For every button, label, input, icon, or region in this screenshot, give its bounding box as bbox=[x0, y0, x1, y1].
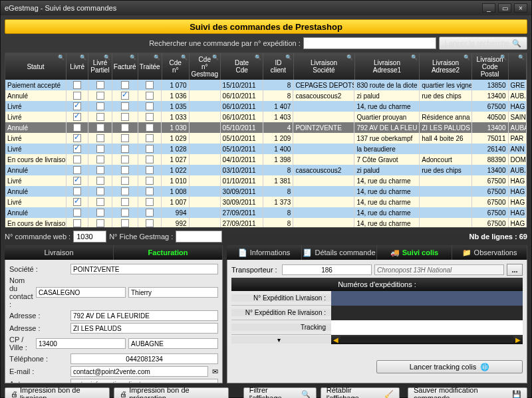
chevron-down-icon[interactable]: ▾ bbox=[277, 336, 281, 344]
table-row[interactable]: Livré1 02805/10/20111 400la beraudiere26… bbox=[5, 144, 527, 154]
checkbox[interactable] bbox=[146, 124, 154, 132]
adresse1-field[interactable] bbox=[70, 310, 218, 321]
checkbox[interactable] bbox=[73, 166, 81, 174]
transporteur-code[interactable] bbox=[282, 264, 372, 275]
tab-observations[interactable]: 📁Observations bbox=[452, 245, 527, 260]
cp-field[interactable] bbox=[36, 338, 126, 349]
checkbox[interactable] bbox=[96, 102, 104, 110]
checkbox[interactable] bbox=[96, 209, 104, 217]
checkbox[interactable] bbox=[73, 145, 81, 153]
tracking-button[interactable]: Lancer tracking colis🌐 bbox=[376, 360, 523, 373]
email-field[interactable] bbox=[70, 366, 208, 377]
checkbox[interactable] bbox=[121, 92, 129, 100]
cmdweb-input[interactable] bbox=[73, 231, 106, 243]
checkbox[interactable] bbox=[96, 187, 104, 195]
col-header[interactable]: 🔍Traitée bbox=[138, 53, 162, 80]
checkbox[interactable] bbox=[96, 145, 104, 153]
mail-icon[interactable]: ✉ bbox=[212, 367, 218, 376]
societe-field[interactable] bbox=[70, 264, 218, 274]
table-row[interactable]: En cours de livraison99227/09/2011814, r… bbox=[5, 218, 527, 228]
checkbox[interactable] bbox=[96, 92, 104, 100]
checkbox[interactable] bbox=[146, 145, 154, 153]
print-bl-button[interactable]: 🖨 Impression bon de livraison bbox=[5, 387, 110, 398]
table-row[interactable]: Livré1 03506/10/20111 40714, rue du char… bbox=[5, 101, 527, 112]
table-row[interactable]: Annulé99427/09/2011814, rue du charme675… bbox=[5, 207, 527, 218]
minimize-button[interactable]: _ bbox=[482, 3, 495, 13]
checkbox[interactable] bbox=[146, 134, 154, 142]
print-bp-button[interactable]: 🖨 Impression bon de préparation bbox=[114, 387, 229, 398]
contact-nom-field[interactable] bbox=[36, 287, 126, 298]
checkbox[interactable] bbox=[73, 81, 81, 89]
save-button[interactable]: Sauver modification commande 💾 bbox=[408, 387, 527, 398]
checkbox[interactable] bbox=[121, 145, 129, 153]
checkbox[interactable] bbox=[121, 81, 129, 89]
col-header[interactable]: 🔍LivraisonAdresse1 bbox=[355, 53, 420, 80]
search-button[interactable]: Lancer la recherche 🔍 bbox=[439, 37, 527, 50]
exped-tracking-cell[interactable] bbox=[331, 320, 523, 335]
table-row[interactable]: Livré1 03306/10/20111 403Quartier prouya… bbox=[5, 112, 527, 122]
table-row[interactable]: Livré1 01001/10/20111 38114, rue du char… bbox=[5, 175, 527, 186]
filter-button[interactable]: Filtrer l'affichage 🔍 bbox=[243, 387, 317, 398]
checkbox[interactable] bbox=[146, 113, 154, 121]
telephone-field[interactable] bbox=[70, 353, 218, 364]
col-header[interactable]: 🔍LivraisonAdresse2 bbox=[420, 53, 471, 80]
checkbox[interactable] bbox=[121, 102, 129, 110]
tab-suivi[interactable]: 🚚Suivi colis bbox=[377, 245, 452, 260]
checkbox[interactable] bbox=[96, 177, 104, 185]
checkbox[interactable] bbox=[73, 209, 81, 217]
checkbox[interactable] bbox=[146, 102, 154, 110]
col-header[interactable]: 🔍Cden° Gestmag bbox=[190, 53, 221, 80]
checkbox[interactable] bbox=[121, 198, 129, 206]
table-row[interactable]: Livré1 02905/10/20111 209137 rue oberkam… bbox=[5, 133, 527, 144]
checkbox[interactable] bbox=[121, 177, 129, 185]
checkbox[interactable] bbox=[121, 166, 129, 174]
checkbox[interactable] bbox=[121, 113, 129, 121]
col-header[interactable]: 🔍Facturé bbox=[112, 53, 138, 80]
checkbox[interactable] bbox=[96, 113, 104, 121]
checkbox[interactable] bbox=[96, 219, 104, 227]
checkbox[interactable] bbox=[121, 124, 129, 132]
checkbox[interactable] bbox=[146, 187, 154, 195]
table-row[interactable]: Livré1 00730/09/20111 37314, rue du char… bbox=[5, 197, 527, 207]
checkbox[interactable] bbox=[96, 81, 104, 89]
checkbox[interactable] bbox=[146, 81, 154, 89]
checkbox[interactable] bbox=[73, 134, 81, 142]
tab-details[interactable]: 🧾Détails commande bbox=[302, 245, 377, 260]
search-input[interactable] bbox=[303, 37, 436, 49]
checkbox[interactable] bbox=[96, 155, 104, 163]
orders-grid[interactable]: 🔍Statut🔍Livré🔍LivréPartiel🔍Facturé🔍Trait… bbox=[5, 52, 527, 228]
checkbox[interactable] bbox=[73, 155, 81, 163]
checkbox[interactable] bbox=[146, 198, 154, 206]
table-row[interactable]: Annulé1 00830/09/2011814, rue du charme6… bbox=[5, 186, 527, 197]
checkbox[interactable] bbox=[73, 177, 81, 185]
checkbox[interactable] bbox=[96, 166, 104, 174]
checkbox[interactable] bbox=[146, 155, 154, 163]
checkbox[interactable] bbox=[96, 134, 104, 142]
tab-facturation[interactable]: Facturation bbox=[114, 245, 223, 260]
col-header[interactable]: 🔍LivraisonCode Postal bbox=[472, 53, 509, 80]
contact-prenom-field[interactable] bbox=[128, 287, 218, 298]
maximize-button[interactable]: ▭ bbox=[498, 3, 511, 13]
table-row[interactable]: En cours de livraison1 02704/10/20111 39… bbox=[5, 154, 527, 165]
checkbox[interactable] bbox=[146, 177, 154, 185]
fiche-input[interactable] bbox=[176, 231, 222, 243]
exped-relivraison-cell[interactable] bbox=[331, 306, 523, 320]
checkbox[interactable] bbox=[146, 219, 154, 227]
table-row[interactable]: Annulé1 02203/10/20118casacouscous2zi pa… bbox=[5, 165, 527, 175]
exped-livraison-cell[interactable] bbox=[331, 291, 523, 306]
checkbox[interactable] bbox=[121, 219, 129, 227]
table-row[interactable]: Paiement accepté1 07015/10/20118CEPAGES … bbox=[5, 80, 527, 90]
tab-livraison[interactable]: Livraison bbox=[5, 245, 114, 260]
checkbox[interactable] bbox=[146, 209, 154, 217]
checkbox[interactable] bbox=[96, 198, 104, 206]
col-header[interactable]: 🔍DateCde bbox=[221, 53, 264, 80]
reset-filter-button[interactable]: Rétablir l'affichage 🧹 bbox=[321, 387, 400, 398]
checkbox[interactable] bbox=[121, 134, 129, 142]
col-header[interactable]: 🔍 bbox=[509, 53, 527, 80]
col-header[interactable]: 🔍Cden° bbox=[162, 53, 190, 80]
ville-field[interactable] bbox=[128, 338, 218, 349]
col-header[interactable]: 🔍LivraisonSociété bbox=[294, 53, 355, 80]
checkbox[interactable] bbox=[121, 187, 129, 195]
exped-hscroll[interactable]: ◀▶ bbox=[331, 335, 523, 344]
checkbox[interactable] bbox=[96, 124, 104, 132]
